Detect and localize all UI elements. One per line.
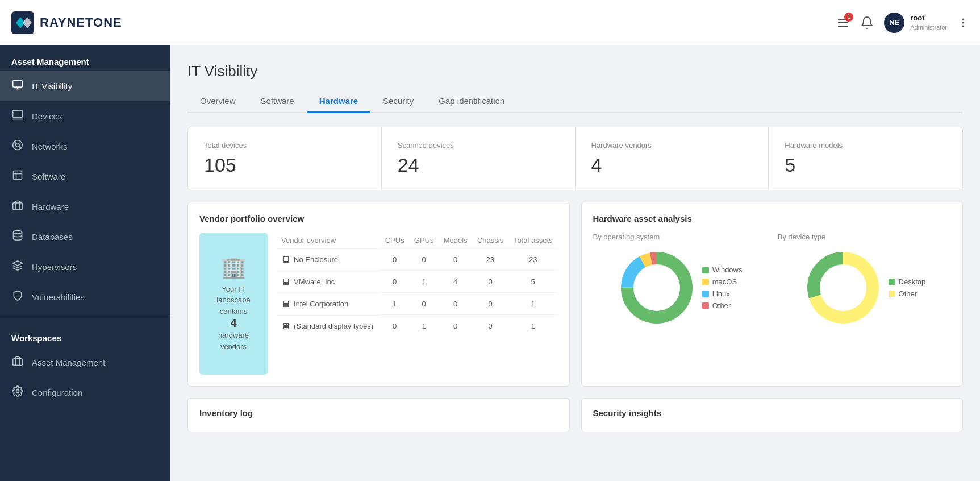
- stat-scanned-devices: Scanned devices 24: [382, 127, 576, 190]
- device-donut-chart: [803, 248, 883, 327]
- other-device-dot: [889, 291, 895, 297]
- chassis-cell: 23: [472, 248, 508, 271]
- notification-badge: 1: [844, 13, 853, 22]
- sidebar-section-workspaces: Workspaces: [0, 322, 170, 347]
- svg-point-24: [634, 265, 679, 310]
- main-layout: Asset Management IT Visibility Devices N…: [0, 45, 980, 481]
- vendor-portfolio-title: Vendor portfolio overview: [199, 214, 558, 223]
- table-row: 🖥 (Standard display types) 0 1 0 0 1: [277, 315, 558, 337]
- user-area[interactable]: NE root Administrator: [884, 13, 947, 33]
- vendor-icon: 🖥: [281, 321, 290, 331]
- linux-dot: [702, 291, 709, 297]
- bell-icon-btn[interactable]: [860, 16, 874, 30]
- sidebar-section-asset-management: Asset Management: [0, 45, 170, 71]
- by-device-section: By device type: [778, 233, 951, 327]
- windows-dot: [702, 267, 709, 273]
- sidebar-item-software[interactable]: Software: [0, 161, 170, 192]
- sidebar-divider: [0, 317, 170, 317]
- chassis-cell: 0: [472, 271, 508, 293]
- legend-macos: macOS: [702, 277, 743, 286]
- hardware-analysis-layout: By operating system: [593, 233, 952, 327]
- hardware-analysis-title: Hardware asset analysis: [593, 214, 952, 223]
- tab-software[interactable]: Software: [248, 90, 307, 113]
- cpus-cell: 1: [380, 293, 409, 315]
- chassis-col-header: Chassis: [472, 233, 508, 248]
- legend-other-device: Other: [889, 289, 926, 298]
- sidebar-item-networks[interactable]: Networks: [0, 131, 170, 161]
- sidebar-item-asset-management-workspace[interactable]: Asset Management: [0, 347, 170, 378]
- sidebar-item-configuration[interactable]: Configuration: [0, 378, 170, 408]
- other-os-dot: [702, 302, 709, 309]
- svg-point-6: [962, 25, 964, 27]
- tab-security[interactable]: Security: [370, 90, 426, 113]
- models-cell: 0: [439, 293, 472, 315]
- stat-value: 5: [785, 154, 946, 176]
- hardware-analysis-panel: Hardware asset analysis By operating sys…: [581, 202, 964, 387]
- other-device-label: Other: [899, 289, 918, 298]
- monitor-icon: [11, 79, 24, 93]
- svg-line-14: [19, 146, 21, 148]
- gpus-cell: 1: [409, 315, 439, 337]
- bottom-row: Inventory log Security insights: [187, 398, 963, 432]
- hardware-icon: [11, 200, 24, 214]
- sidebar-item-label: IT Visibility: [32, 81, 72, 91]
- stat-value: 24: [398, 154, 559, 176]
- vendor-table: Vendor overview CPUs GPUs Models Chassis…: [277, 233, 558, 375]
- cpus-cell: 0: [380, 315, 409, 337]
- legend-other-os: Other: [702, 301, 743, 310]
- svg-rect-18: [13, 359, 23, 366]
- stat-total-devices: Total devices 105: [188, 127, 382, 190]
- stat-label: Hardware vendors: [591, 141, 753, 150]
- user-name: root: [910, 14, 947, 23]
- cpus-cell: 0: [380, 271, 409, 293]
- device-legend: Desktop Other: [889, 277, 926, 298]
- legend-windows: Windows: [702, 266, 743, 274]
- vendor-name-cell: 🖥 (Standard display types): [277, 315, 380, 337]
- models-cell: 4: [439, 271, 472, 293]
- sidebar-item-databases[interactable]: Databases: [0, 222, 170, 252]
- sidebar-item-it-visibility[interactable]: IT Visibility: [0, 71, 170, 101]
- svg-point-4: [962, 18, 964, 20]
- page-title: IT Visibility: [187, 63, 963, 80]
- database-icon: [11, 230, 24, 244]
- tab-gap-identification[interactable]: Gap identification: [426, 90, 517, 113]
- building-icon: 🏢: [221, 255, 247, 279]
- chassis-cell: 0: [472, 293, 508, 315]
- tab-overview[interactable]: Overview: [187, 90, 248, 113]
- gpus-cell: 1: [409, 271, 439, 293]
- more-options-icon[interactable]: [957, 17, 969, 28]
- stat-label: Total devices: [204, 141, 365, 150]
- models-cell: 0: [439, 248, 472, 271]
- inventory-log-panel: Inventory log: [187, 398, 570, 432]
- gear-icon: [11, 385, 24, 400]
- stat-label: Scanned devices: [398, 141, 559, 150]
- vendor-summary-text1: Your IT landscape contains: [205, 284, 262, 317]
- stats-row: Total devices 105 Scanned devices 24 Har…: [187, 127, 963, 190]
- sidebar-collapse-button[interactable]: ‹: [166, 240, 170, 263]
- by-os-label: By operating system: [593, 233, 660, 241]
- sidebar-item-vulnerabilities[interactable]: Vulnerabilities: [0, 282, 170, 312]
- menu-icon-btn[interactable]: 1: [836, 16, 850, 30]
- cpus-cell: 0: [380, 248, 409, 271]
- user-role: Administrator: [910, 23, 947, 31]
- total-assets-cell: 5: [508, 271, 558, 293]
- desktop-label: Desktop: [899, 277, 926, 286]
- total-assets-cell: 23: [508, 248, 558, 271]
- tab-hardware[interactable]: Hardware: [307, 90, 370, 113]
- logo-area: RAYNETONE: [11, 11, 836, 34]
- logo-text: RAYNETONE: [40, 15, 122, 30]
- gpus-cell: 0: [409, 248, 439, 271]
- gpus-col-header: GPUs: [409, 233, 439, 248]
- svg-point-17: [14, 231, 22, 234]
- svg-line-13: [14, 142, 16, 144]
- sidebar-item-devices[interactable]: Devices: [0, 101, 170, 131]
- svg-rect-10: [13, 111, 23, 118]
- vendor-name-cell: 🖥 No Enclosure: [277, 248, 380, 271]
- os-donut-chart: [617, 248, 697, 327]
- sidebar-item-hypervisors[interactable]: Hypervisors: [0, 252, 170, 282]
- macos-label: macOS: [712, 277, 737, 286]
- briefcase-icon: [11, 355, 24, 370]
- sidebar-item-hardware[interactable]: Hardware: [0, 192, 170, 222]
- vendor-col-header: Vendor overview: [277, 233, 380, 248]
- main-panels: Vendor portfolio overview 🏢 Your IT land…: [187, 202, 963, 387]
